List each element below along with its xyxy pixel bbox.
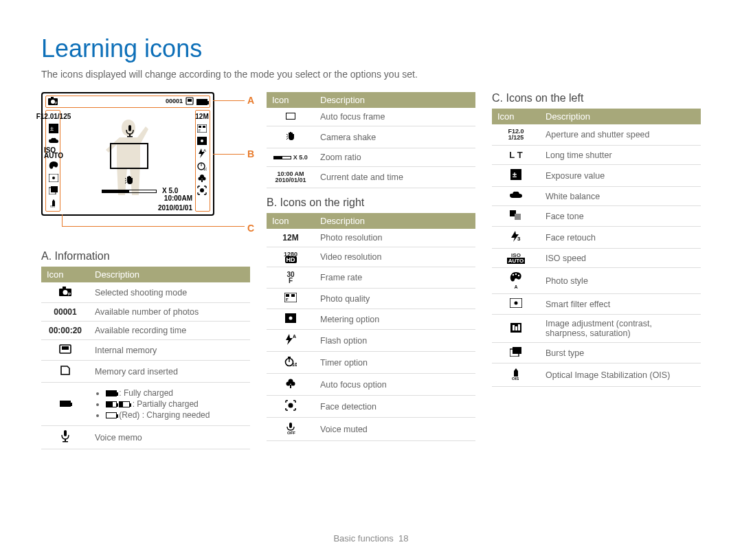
svg-rect-38 <box>63 441 68 443</box>
table-c: IconDescription F12.01/125Aperture and s… <box>492 109 701 387</box>
table-row: 10:00 AM2010/01/01Current date and time <box>267 167 475 188</box>
burst-icon <box>510 347 522 357</box>
mic-icon <box>125 125 135 139</box>
svg-rect-25 <box>201 179 203 182</box>
table-row: OFFVoice muted <box>267 418 475 441</box>
adjustment-icon <box>510 323 521 333</box>
table-row: Auto focus option <box>267 374 475 396</box>
svg-point-24 <box>203 177 206 181</box>
svg-rect-36 <box>64 430 67 436</box>
timer-icon: 10 <box>196 161 207 170</box>
shake-icon <box>124 175 135 188</box>
table-row: 30FFrame rate <box>267 267 475 289</box>
autofocus-frame-icon <box>110 143 148 169</box>
svg-rect-41 <box>291 294 295 297</box>
table-row: Face tone <box>492 206 701 227</box>
smartfilter-icon <box>510 298 522 308</box>
table-row: Camera shake <box>267 126 475 148</box>
svg-rect-68 <box>515 326 517 331</box>
section-c-title: C. Icons on the left <box>492 92 701 104</box>
label-b: B <box>247 148 254 159</box>
table-row: 12MPhoto resolution <box>267 229 475 247</box>
table-row: Image adjustment (contrast, sharpness, s… <box>492 315 701 343</box>
svg-point-50 <box>286 382 291 386</box>
svg-rect-37 <box>65 439 66 441</box>
svg-point-23 <box>199 177 202 181</box>
count-icon: 00001 <box>41 303 89 322</box>
smartfilter-icon <box>48 173 59 183</box>
facedetect-icon <box>196 186 207 195</box>
facedetect-icon <box>285 400 296 411</box>
label-c: C <box>247 223 254 234</box>
svg-text:A: A <box>293 334 296 339</box>
th-icon: Icon <box>267 213 315 229</box>
svg-text:A: A <box>203 148 206 153</box>
iso-icon: ISOAUTO <box>492 249 540 268</box>
lt-icon: L T <box>492 146 540 165</box>
cloud-icon <box>509 191 523 199</box>
svg-text:OFF: OFF <box>287 431 295 434</box>
label-a: A <box>247 95 254 106</box>
photo-count: 00001 <box>166 98 183 104</box>
table-row: 1280HDVideo resolution <box>267 247 475 267</box>
table-row: ISOAUTOISO speed <box>492 249 701 268</box>
res-12m-icon: 12M <box>196 111 207 121</box>
svg-text:10: 10 <box>203 167 207 170</box>
voice-muted-icon: OFF <box>284 422 297 434</box>
th-desc: Description <box>89 267 250 282</box>
svg-point-63 <box>518 275 519 276</box>
svg-rect-14 <box>199 126 201 128</box>
svg-point-26 <box>200 188 204 192</box>
table-row: OISOptical Image Stabilization (OIS) <box>492 363 701 387</box>
table-row: F12.01/125Aperture and shutter speed <box>492 124 701 146</box>
svg-text:±: ± <box>513 170 517 179</box>
table-b: IconDescription 12MPhoto resolution 1280… <box>267 213 475 441</box>
table-row: 00001Available number of photos <box>41 303 250 322</box>
svg-rect-71 <box>513 347 521 354</box>
flash-icon: A <box>284 334 297 345</box>
svg-point-65 <box>515 302 518 305</box>
svg-text:3: 3 <box>517 236 521 242</box>
svg-point-9 <box>52 177 55 179</box>
page-footer: Basic functions 18 <box>0 533 742 544</box>
svg-text:±: ± <box>50 125 54 132</box>
video-res-icon: 1280HD <box>267 247 315 267</box>
retouch-icon: 3 <box>510 231 522 242</box>
th-icon: Icon <box>492 109 540 124</box>
intro-text: The icons displayed will change accordin… <box>41 69 701 80</box>
framerate-icon: 30F <box>267 267 315 289</box>
column-right: C. Icons on the left IconDescription F12… <box>492 92 701 449</box>
quality-icon: F <box>196 124 207 133</box>
svg-rect-67 <box>513 325 515 331</box>
camera-icon: P <box>59 287 71 296</box>
svg-text:10: 10 <box>292 362 297 367</box>
table-row: Internal memory <box>41 340 250 361</box>
table-row: : Fully charged : Partially charged (Red… <box>41 383 250 426</box>
mic-icon <box>60 430 70 443</box>
svg-rect-31 <box>63 287 66 289</box>
svg-text:OIS: OIS <box>50 205 55 208</box>
column-middle: IconDescription Auto focus frame Camera … <box>267 92 475 449</box>
ev-icon: ± <box>510 169 521 180</box>
camera-diagram: P 00001 F12.01/125 ± ISOAUTO <box>41 92 240 236</box>
svg-rect-47 <box>288 357 291 358</box>
palette-icon <box>48 161 59 170</box>
time-text: 10:00AM <box>164 194 192 202</box>
svg-point-51 <box>291 382 295 386</box>
table-row: L TLong time shutter <box>492 146 701 165</box>
svg-rect-54 <box>289 423 292 428</box>
svg-point-62 <box>515 273 517 275</box>
table-a: IconDescription PSelected shooting mode … <box>41 267 250 449</box>
date-text: 2010/01/01 <box>158 204 192 212</box>
macro-icon <box>196 173 207 183</box>
table-row: FPhoto quality <box>267 289 475 309</box>
table-row: Face detection <box>267 396 475 418</box>
svg-point-61 <box>513 274 514 276</box>
table-row: Voice memo <box>41 426 250 449</box>
shake-icon <box>285 131 296 142</box>
af-frame-icon <box>286 113 295 120</box>
camera-mode-icon: P <box>48 97 58 107</box>
battery-icon <box>196 97 207 107</box>
ois-icon: OIS <box>510 368 521 380</box>
svg-point-53 <box>289 403 293 408</box>
